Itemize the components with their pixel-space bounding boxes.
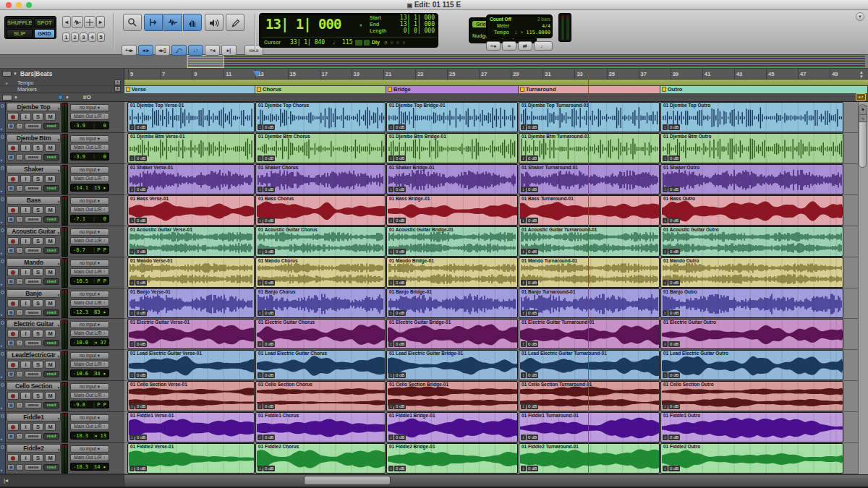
mute-button[interactable]: M (45, 175, 56, 183)
automation-mode-button[interactable]: read (43, 185, 59, 192)
zoomer-tool-button[interactable] (123, 14, 142, 31)
input-selector[interactable]: no input ▾ (70, 166, 109, 174)
pan-value[interactable]: 63 ▸ (94, 309, 106, 316)
clip-gain-badge[interactable]: ↕0 dB (129, 435, 147, 440)
clip-gain-fader-icon[interactable]: ↕ (129, 124, 135, 130)
selector-tool-button[interactable] (163, 14, 182, 31)
clip-gain-badge[interactable]: ↕0 dB (521, 187, 538, 192)
zoom-audio-button[interactable] (72, 16, 83, 28)
clip-gain-badge[interactable]: ↕0 dB (663, 310, 680, 316)
audio-clip[interactable]: 01 Djembe Btm Outro↕0 dB (660, 133, 843, 163)
clip-gain-badge[interactable]: ↕0 dB (129, 187, 147, 192)
automation-mode-button[interactable]: read (43, 309, 59, 316)
clip-gain-fader-icon[interactable]: ↕ (521, 218, 526, 223)
clip-gain-fader-icon[interactable]: ↕ (258, 435, 263, 440)
clip-gain-badge[interactable]: ↕0 dB (521, 341, 538, 347)
clip-gain-value[interactable]: 0 dB (668, 218, 680, 223)
clip-gain-value[interactable]: 0 dB (668, 124, 680, 130)
marker-flag-icon[interactable] (662, 87, 666, 92)
clip-gain-fader-icon[interactable]: ↕ (521, 372, 526, 378)
input-monitor-button[interactable]: I (20, 144, 31, 152)
clip-gain-value[interactable]: 0 dB (527, 218, 538, 223)
audio-clip[interactable]: 01 Djembe Top Outro↕0 dB (660, 102, 843, 132)
marker-lane[interactable]: VerseChorusBridgeTurnaroundOutro (124, 86, 868, 93)
horizontal-scrollbar-thumb[interactable] (304, 476, 391, 485)
volume-pan-display[interactable]: -12.3|63 ▸ (70, 308, 109, 316)
clip-gain-badge[interactable]: ↕0 dB (388, 466, 406, 471)
track-lane-cello-section[interactable]: 01 Cello Section Verse-01↕0 dB01 Cello S… (124, 381, 868, 412)
timebase-selector-button[interactable]: ◉ (7, 123, 14, 129)
track-options-icon[interactable]: ▾ (58, 229, 59, 236)
clip-gain-fader-icon[interactable]: ↕ (521, 155, 526, 161)
clip-gain-value[interactable]: 0 dB (527, 187, 538, 192)
track-name-button[interactable]: Djembe Top▾ (7, 103, 61, 111)
clip-gain-value[interactable]: 0 dB (394, 435, 406, 440)
marker-region-verse[interactable]: Verse (124, 86, 255, 93)
clip-gain-badge[interactable]: ↕0 dB (388, 124, 406, 130)
add-marker-button[interactable]: + (114, 86, 121, 92)
automation-mode-button[interactable]: read (43, 402, 59, 408)
track-name-button[interactable]: LeadElectricGtr▾ (7, 351, 61, 359)
volume-pan-display[interactable]: -3.9|0 (70, 153, 109, 160)
clip-gain-value[interactable]: 0 dB (135, 249, 147, 254)
audio-clip[interactable]: 01 Mando Outro↕0 dB (660, 257, 843, 288)
track-view-selector[interactable]: wave (25, 309, 42, 316)
track-view-selector[interactable]: wave (25, 154, 42, 160)
clip-gain-badge[interactable]: ↕0 dB (663, 341, 680, 347)
automation-mode-button[interactable]: read (43, 433, 59, 440)
record-enable-button[interactable] (7, 175, 19, 183)
clip-gain-value[interactable]: 0 dB (668, 187, 680, 192)
clip-gain-fader-icon[interactable]: ↕ (129, 372, 135, 378)
clip-gain-badge[interactable]: ↕0 dB (663, 155, 680, 161)
elastic-audio-button[interactable]: ◔ (16, 216, 23, 223)
audio-clip[interactable]: 01 Cello Section Outro↕0 dB (660, 381, 843, 411)
elastic-audio-button[interactable]: ◔ (16, 402, 23, 408)
clip-gain-value[interactable]: 0 dB (527, 155, 538, 161)
clip-gain-badge[interactable]: ↕0 dB (258, 218, 275, 223)
audio-clip[interactable]: 01 Fiddle2 Verse-01↕0 dB (127, 443, 255, 474)
automation-mode-button[interactable]: read (43, 154, 59, 160)
elastic-audio-button[interactable]: ◔ (16, 309, 23, 316)
clip-gain-fader-icon[interactable]: ↕ (129, 310, 135, 316)
clip-gain-badge[interactable]: ↕0 dB (521, 249, 538, 254)
clip-gain-badge[interactable]: ↕0 dB (663, 218, 680, 223)
tempo-lane[interactable] (124, 80, 868, 85)
audio-clip[interactable]: 01 Acoustic Guitar Outro↕0 dB (660, 226, 843, 257)
timebase-selector-button[interactable]: ◉ (7, 402, 14, 408)
mirrored-editing-button[interactable]: ◂▸▯ (155, 45, 170, 56)
zoom-preset-5[interactable]: 5 (97, 33, 105, 42)
input-monitor-button[interactable]: I (20, 299, 31, 307)
track-options-icon[interactable]: ▾ (58, 322, 59, 328)
input-selector[interactable]: no input ▾ (70, 197, 109, 205)
audio-clip[interactable]: 01 Acoustic Guitar Verse-01↕0 dB (127, 226, 255, 257)
clip-gain-value[interactable]: 0 dB (135, 155, 147, 161)
clip-gain-fader-icon[interactable]: ↕ (521, 435, 526, 440)
pan-value[interactable]: 0 (103, 123, 106, 129)
audio-clip[interactable]: 01 Djembe Btm Bridge-01↕0 dB (386, 133, 518, 163)
clip-gain-badge[interactable]: ↕0 dB (258, 403, 275, 409)
track-view-selector[interactable]: wave (25, 402, 42, 408)
clip-gain-badge[interactable]: ↕0 dB (129, 466, 147, 471)
zoom-toggle-button[interactable]: +◂▸ (122, 45, 137, 56)
clip-gain-badge[interactable]: ↕0 dB (258, 155, 275, 161)
solo-button[interactable]: S (33, 330, 43, 338)
clip-gain-value[interactable]: 0 dB (135, 341, 147, 347)
input-selector[interactable]: no input ▾ (70, 414, 109, 421)
timebase-selector-button[interactable]: ◉ (7, 433, 14, 440)
pan-value[interactable]: ◂ 37 (94, 340, 106, 346)
audio-clip[interactable]: 01 Mando Turnaround-01↕0 dB (519, 257, 660, 288)
clip-gain-fader-icon[interactable]: ↕ (663, 310, 668, 316)
clip-gain-badge[interactable]: ↕0 dB (521, 466, 538, 471)
main-counter-value[interactable]: 13| 1| 000 (265, 16, 341, 32)
playlist-arrow-icon[interactable]: ▸ (1, 282, 3, 286)
bars-beats-ruler[interactable]: ▼ Bars|Beats 579111315171921232527293133… (0, 69, 868, 80)
clip-gain-badge[interactable]: ↕0 dB (258, 372, 275, 378)
automation-mode-button[interactable]: read (43, 464, 59, 471)
clip-gain-badge[interactable]: ↕0 dB (663, 466, 680, 471)
track-lane-fiddle1[interactable]: 01 Fiddle1 Verse-01↕0 dB01 Fiddle1 Choru… (124, 412, 868, 443)
timebase-selector-button[interactable]: ◉ (7, 371, 14, 377)
meter-value[interactable]: 4/4 (529, 23, 550, 29)
track-name-button[interactable]: Banjo▾ (7, 289, 61, 298)
clip-gain-value[interactable]: 0 dB (527, 435, 538, 440)
track-lane-leadelectricgtr[interactable]: 01 Lead Electric Guitar Verse-01↕0 dB01 … (124, 350, 868, 381)
